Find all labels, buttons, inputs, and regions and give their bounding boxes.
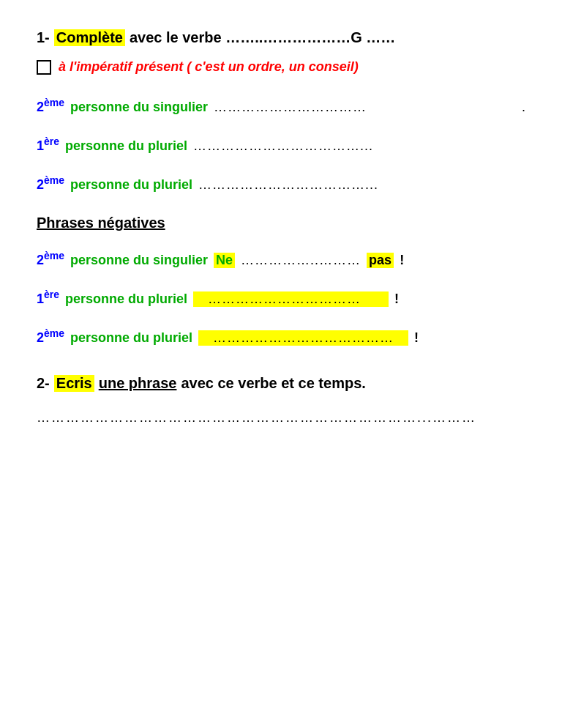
negative-section: Phrases négatives 2ème personne du singu…: [37, 215, 525, 346]
number-2-2: 2: [37, 177, 44, 192]
ordinal-1ere-1: 1ère: [37, 135, 59, 154]
neg-ordinal-sup-3: ème: [44, 327, 64, 339]
person-label-1: personne du singulier: [70, 100, 208, 115]
exclaim-2: !: [394, 291, 399, 307]
neg-ordinal-1ere-1: 1ère: [37, 289, 59, 307]
neg-ordinal-2eme-2: 2ème: [37, 327, 64, 346]
neg-person-label-1: personne du singulier: [70, 253, 208, 268]
neg-number-1-1: 1: [37, 291, 44, 306]
ecris-word: Ecris: [54, 375, 94, 392]
ordinal-2eme-1: 2ème: [37, 97, 64, 115]
ordinal-sup-3: ème: [44, 174, 64, 186]
neg-row-3: 2ème personne du pluriel ………………………………… !: [37, 327, 525, 346]
section-1: 1- Complète avec le verbe ……..………………G ………: [37, 29, 525, 426]
instruction-line: à l'impératif présent ( c'est un ordre, …: [37, 59, 525, 75]
exclaim-1: !: [400, 253, 404, 268]
person-label-3: personne du pluriel: [70, 177, 192, 193]
neg-fill-3: …………………………………: [198, 330, 408, 346]
title-rest: avec le verbe ……..………………G ……: [130, 29, 395, 46]
une-phrase-text: une phrase: [99, 375, 177, 392]
checkbox[interactable]: [37, 60, 51, 75]
exclaim-3: !: [414, 330, 419, 346]
ne-word: Ne: [214, 253, 235, 268]
neg-number-2-2: 2: [37, 330, 44, 345]
pas-word: pas: [367, 253, 394, 268]
answer-line: ……………………………………………………………………...………: [37, 410, 525, 426]
ordinal-sup-2: ère: [44, 135, 59, 147]
form-row-2: 1ère personne du pluriel ………………………………...: [37, 135, 525, 154]
complete-word: Complète: [54, 29, 125, 46]
neg-fill-2: ……………………………: [193, 291, 389, 307]
neg-ordinal-2eme-1: 2ème: [37, 250, 64, 268]
title-line-1: 1- Complète avec le verbe ……..………………G ……: [37, 29, 525, 46]
neg-number-2-1: 2: [37, 253, 44, 267]
neg-ordinal-sup-2: ère: [44, 289, 59, 300]
section-number-2: 2-: [37, 375, 50, 392]
section-2: 2- Ecris une phrase avec ce verbe et ce …: [37, 375, 525, 426]
fill-dots-1: ……………………………: [214, 100, 516, 115]
neg-person-label-3: personne du pluriel: [70, 330, 192, 346]
ordinal-2eme-2: 2ème: [37, 174, 64, 193]
form-row-1: 2ème personne du singulier …………………………… .: [37, 97, 525, 115]
neg-row-2: 1ère personne du pluriel …………………………… !: [37, 289, 525, 307]
neg-person-label-2: personne du pluriel: [65, 291, 187, 307]
fill-dots-3: ………………………………...: [198, 177, 525, 193]
number-2-1: 2: [37, 100, 44, 114]
neg-dots-1: ……………..………: [241, 253, 361, 268]
neg-ordinal-sup-1: ème: [44, 250, 64, 261]
fill-dots-2: ………………………………...: [193, 138, 525, 154]
instruction-text: à l'impératif présent ( c'est un ordre, …: [59, 59, 359, 75]
negative-title: Phrases négatives: [37, 215, 525, 231]
ordinal-sup-1: ème: [44, 97, 64, 108]
neg-row-1: 2ème personne du singulier Ne ……………..…………: [37, 250, 525, 268]
section-number-1: 1-: [37, 29, 50, 46]
form-row-3: 2ème personne du pluriel ………………………………...: [37, 174, 525, 193]
number-1-1: 1: [37, 138, 44, 153]
section2-rest: avec ce verbe et ce temps.: [181, 375, 365, 392]
period-1: .: [522, 100, 525, 115]
person-label-2: personne du pluriel: [65, 138, 187, 154]
title-line-2: 2- Ecris une phrase avec ce verbe et ce …: [37, 375, 525, 392]
forms-section: 2ème personne du singulier …………………………… .…: [37, 97, 525, 193]
